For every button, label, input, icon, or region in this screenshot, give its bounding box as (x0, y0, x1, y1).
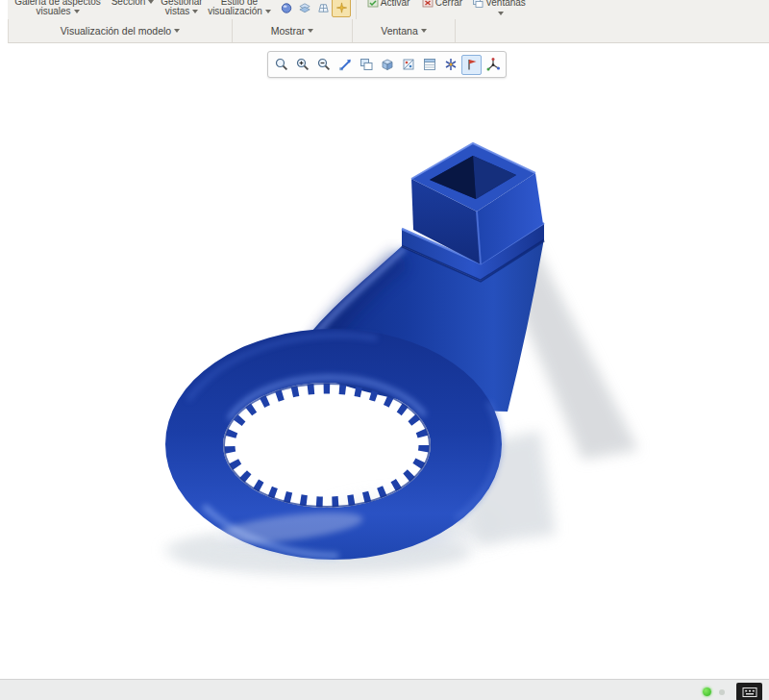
saved-orientations-icon (401, 57, 416, 72)
taskbar-corner-icon[interactable] (736, 683, 762, 700)
ribbon-filler (456, 19, 769, 42)
ribbon-button-label: Sección (112, 0, 146, 7)
ribbon-button-label: vistas (165, 6, 190, 16)
group-window[interactable]: Ventana (353, 19, 456, 42)
ribbon-button-appearance-gallery[interactable]: Galería de aspectos visuales (10, 0, 106, 16)
effects-sparkle-icon (335, 1, 349, 15)
annotation-display-icon (464, 57, 480, 72)
group-model-display[interactable]: Visualización del modelo (9, 19, 233, 42)
spin-center-button[interactable] (483, 55, 503, 75)
layers-icon[interactable] (295, 0, 314, 17)
dropdown-arrow-icon (148, 0, 154, 4)
group-label: Visualización del modelo (61, 25, 171, 37)
ribbon-button-close[interactable]: Cerrar (417, 0, 467, 9)
perspective-grid-icon (316, 1, 331, 15)
refit-icon (337, 57, 353, 72)
dropdown-arrow-icon (192, 10, 198, 13)
spin-center-icon (485, 57, 501, 72)
datum-display-button[interactable] (440, 55, 460, 75)
annotation-display-button[interactable] (461, 55, 482, 75)
repaint-icon (359, 57, 374, 72)
status-indicator (703, 688, 711, 696)
appearance-sphere-icon (280, 1, 294, 15)
close-window-icon (422, 0, 434, 9)
zoom-out-button[interactable] (313, 55, 334, 75)
ribbon-separator (356, 0, 357, 19)
ribbon-button-label: visualización (208, 6, 262, 16)
ribbon-button-label: Ventanas (485, 0, 526, 8)
display-style-icon (380, 57, 395, 72)
repaint-button[interactable] (356, 55, 376, 75)
ribbon-button-display-style[interactable]: Estilo de visualización (206, 0, 273, 16)
status-bar (0, 679, 769, 700)
zoom-in-button[interactable] (292, 55, 312, 75)
ribbon-group-labels: Visualización del modelo Mostrar Ventana (8, 19, 769, 43)
dropdown-arrow-icon (498, 12, 504, 15)
effects-sparkle-icon[interactable] (332, 0, 351, 17)
dropdown-arrow-icon (308, 29, 313, 33)
ribbon-button-label: Cerrar (435, 0, 462, 8)
saved-orientations-button[interactable] (398, 55, 418, 75)
ribbon-button-activate[interactable]: Activar (361, 0, 415, 9)
activate-window-icon (367, 0, 379, 9)
dropdown-arrow-icon (174, 29, 180, 33)
perspective-grid-icon[interactable] (313, 0, 333, 17)
view-manager-icon (422, 57, 437, 72)
datum-display-icon (443, 57, 459, 72)
appearance-sphere-icon[interactable] (277, 0, 296, 17)
zoom-region-icon (274, 57, 289, 72)
ribbon-button-windows[interactable]: Ventanas (469, 0, 529, 18)
graphics-toolbar (267, 51, 507, 78)
zoom-out-icon (316, 57, 332, 72)
dropdown-arrow-icon (74, 10, 80, 13)
refit-button[interactable] (335, 55, 355, 75)
dropdown-arrow-icon (421, 29, 427, 33)
zoom-region-button[interactable] (271, 55, 291, 75)
layers-icon (298, 1, 312, 15)
application-window: Galería de aspectos visuales Sección Ges… (0, 0, 769, 700)
ribbon-button-manage-views[interactable]: Gestionar vistas (158, 0, 206, 16)
status-indicator-secondary (719, 689, 725, 695)
group-label: Mostrar (271, 25, 306, 37)
keyboard-icon (742, 687, 757, 698)
dropdown-arrow-icon (265, 10, 271, 13)
3d-model-viewport[interactable] (0, 0, 769, 700)
ribbon-button-label: visuales (36, 6, 70, 16)
view-manager-button[interactable] (419, 55, 439, 75)
ribbon-button-label: Activar (381, 0, 410, 8)
cascade-windows-icon (472, 0, 484, 9)
group-show[interactable]: Mostrar (233, 19, 353, 42)
display-style-button[interactable] (377, 55, 397, 75)
zoom-in-icon (295, 57, 310, 72)
ribbon-commands-row: Galería de aspectos visuales Sección Ges… (8, 0, 769, 19)
ribbon-button-section[interactable]: Sección (108, 0, 158, 7)
group-label: Ventana (381, 25, 418, 37)
